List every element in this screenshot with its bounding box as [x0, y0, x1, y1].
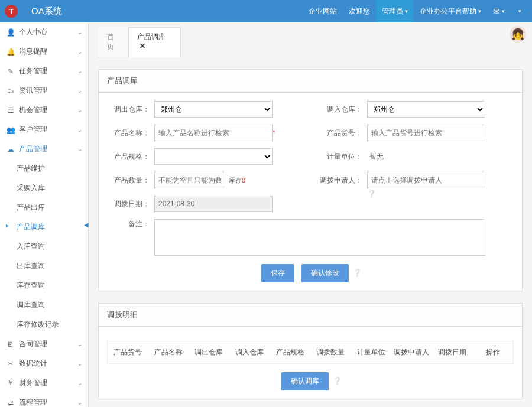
flow-icon: ⇄	[6, 399, 15, 407]
user-avatar[interactable]: 👧	[510, 26, 526, 43]
transfer-detail-panel: 调拨明细 产品货号 产品名称 调出仓库 调入仓库 产品规格 调拨数量 计量单位 …	[98, 303, 523, 399]
caret-down-icon: ▾	[478, 8, 481, 14]
confirm-edit-button[interactable]: 确认修改	[301, 264, 349, 282]
nav-label: 合同管理	[19, 339, 77, 349]
label-qty: 产品数量：	[107, 175, 154, 185]
main-content: 👧 首页 产品调库 ✕ 产品调库 调出仓库： 郑州仓 调入仓库： 郑州仓 产品名…	[89, 22, 532, 407]
nav-site-link[interactable]: 企业网站	[303, 0, 343, 22]
stats-icon: ✂	[6, 360, 15, 368]
input-date[interactable]: 2021-08-30	[154, 196, 273, 212]
nav-label: 客户管理	[19, 125, 77, 135]
folder-icon: 🗂	[6, 87, 15, 95]
col-unit: 计量单位	[351, 341, 392, 363]
sub-product-out[interactable]: 产品出库	[0, 198, 88, 217]
sub-out-query[interactable]: 出库查询	[0, 256, 88, 276]
nav-personal[interactable]: 👤个人中心⌄	[0, 22, 88, 42]
detail-table-header: 产品货号 产品名称 调出仓库 调入仓库 产品规格 调拨数量 计量单位 调拨申请人…	[107, 341, 514, 364]
chevron-down-icon: ⌄	[77, 360, 82, 367]
nav-label: 机会管理	[19, 105, 77, 115]
tab-home[interactable]: 首页	[98, 27, 128, 57]
nav-label: 流程管理	[19, 398, 77, 407]
nav-label: 数据统计	[19, 359, 77, 369]
nav-label: 财务管理	[19, 378, 77, 388]
bell-icon: 🔔	[6, 48, 15, 56]
col-qty: 调拨数量	[310, 341, 351, 363]
nav-help-dropdown[interactable]: 企业办公平台帮助 ▾	[414, 0, 487, 22]
panel-title: 产品调库	[99, 70, 522, 93]
nav-welcome: 欢迎您	[343, 0, 376, 22]
nav-finance[interactable]: ￥财务管理⌄	[0, 373, 88, 393]
select-out-warehouse[interactable]: 郑州仓	[154, 101, 273, 118]
list-icon: ☰	[6, 106, 15, 115]
logo-icon: T	[5, 5, 18, 18]
user-icon: 👤	[6, 28, 15, 37]
save-button[interactable]: 保存	[261, 264, 294, 282]
sub-stock-log[interactable]: 库存修改记录	[0, 315, 88, 334]
help-icon[interactable]: ❔	[333, 377, 342, 385]
nav-messages[interactable]: 🔔消息提醒⌄	[0, 42, 88, 61]
label-in-warehouse: 调入仓库：	[320, 105, 367, 115]
sub-purchase-in[interactable]: 采购入库	[0, 178, 88, 198]
sub-stock-query[interactable]: 库存查询	[0, 276, 88, 295]
chevron-down-icon: ⌄	[77, 68, 82, 74]
label-unit: 计量单位：	[320, 152, 367, 162]
nav-news[interactable]: 🗂资讯管理⌄	[0, 81, 88, 100]
nav-opportunity[interactable]: ☰机会管理⌄	[0, 100, 88, 120]
label-remark: 备注：	[107, 219, 154, 256]
sub-transfer-query[interactable]: 调库查询	[0, 295, 88, 315]
nav-more-dropdown[interactable]: ▾	[511, 0, 527, 22]
textarea-remark[interactable]	[154, 219, 485, 256]
sub-product-maint[interactable]: 产品维护	[0, 159, 88, 178]
detail-title: 调拨明细	[99, 304, 522, 327]
label-product-name: 产品名称：	[107, 128, 154, 138]
nav-process[interactable]: ⇄流程管理⌄	[0, 393, 88, 407]
nav-help-label: 企业办公平台帮助	[420, 6, 476, 17]
col-spec: 产品规格	[270, 341, 310, 363]
sub-product-transfer[interactable]: 产品调库	[0, 217, 88, 237]
nav-customer[interactable]: 👥客户管理⌄	[0, 120, 88, 139]
chevron-down-icon: ⌄	[77, 126, 82, 133]
sub-in-query[interactable]: 入库查询	[0, 237, 88, 256]
label-spec: 产品规格：	[107, 152, 154, 162]
nav-product[interactable]: ☁产品管理⌄	[0, 139, 88, 159]
transfer-form-panel: 产品调库 调出仓库： 郑州仓 调入仓库： 郑州仓 产品名称： * 产品货号： 产…	[98, 69, 523, 291]
confirm-transfer-button[interactable]: 确认调库	[281, 372, 329, 390]
col-out: 调出仓库	[189, 341, 229, 363]
chevron-down-icon: ⌄	[77, 48, 82, 55]
text-unit: 暂无	[367, 152, 485, 162]
close-icon[interactable]: ✕	[140, 42, 145, 50]
chevron-down-icon: ⌄	[77, 29, 82, 35]
label-applicant: 调拨申请人：	[320, 175, 367, 185]
nav-admin-dropdown[interactable]: 管理员 ▾	[376, 0, 414, 22]
col-op: 操作	[472, 341, 513, 363]
nav-label: 任务管理	[19, 66, 77, 76]
caret-down-icon: ▾	[518, 8, 521, 14]
input-applicant[interactable]	[367, 172, 485, 188]
doc-icon: 🗎	[6, 340, 15, 349]
required-mark: *	[273, 129, 284, 137]
chevron-down-icon: ⌄	[77, 399, 82, 406]
sidebar: 👤个人中心⌄ 🔔消息提醒⌄ ✎任务管理⌄ 🗂资讯管理⌄ ☰机会管理⌄ 👥客户管理…	[0, 22, 89, 407]
nav-mail-dropdown[interactable]: ✉ ▾	[487, 0, 511, 22]
nav-stats[interactable]: ✂数据统计⌄	[0, 354, 88, 373]
select-in-warehouse[interactable]: 郑州仓	[367, 101, 485, 118]
caret-down-icon: ▾	[405, 8, 408, 14]
stock-label: 库存0	[229, 176, 245, 185]
col-applicant: 调拨申请人	[391, 341, 432, 363]
tab-bar: 首页 产品调库 ✕	[98, 27, 181, 57]
chevron-down-icon: ⌄	[77, 87, 82, 94]
select-spec[interactable]	[154, 148, 273, 165]
input-qty[interactable]	[154, 172, 225, 188]
label-date: 调拨日期：	[107, 199, 154, 209]
chevron-down-icon: ⌄	[77, 341, 82, 347]
nav-contract[interactable]: 🗎合同管理⌄	[0, 334, 88, 354]
app-title: OA系统	[31, 6, 62, 17]
cloud-icon: ☁	[6, 145, 15, 154]
input-product-code[interactable]	[367, 125, 485, 141]
tab-product-transfer[interactable]: 产品调库 ✕	[128, 27, 181, 57]
help-icon[interactable]: ❔	[367, 190, 376, 198]
help-icon[interactable]: ❔	[353, 269, 362, 277]
input-product-name[interactable]	[154, 125, 273, 141]
caret-down-icon: ▾	[502, 8, 505, 14]
nav-tasks[interactable]: ✎任务管理⌄	[0, 61, 88, 81]
